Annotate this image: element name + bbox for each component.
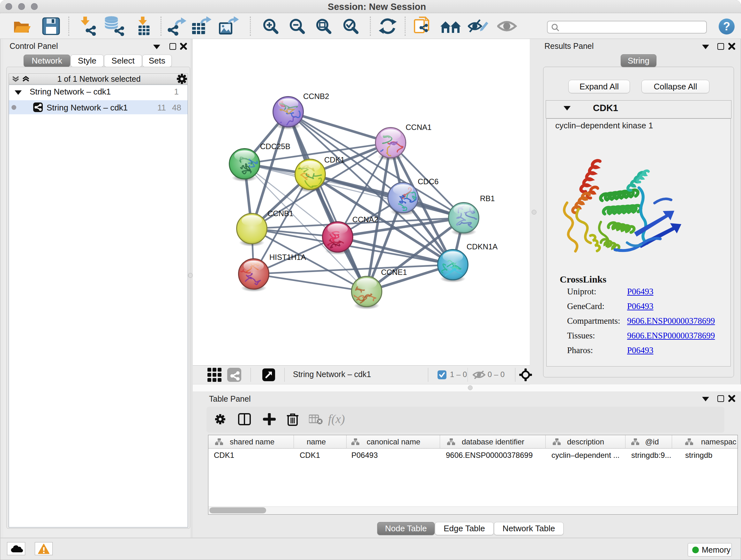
svg-text:CCNE1: CCNE1 (381, 268, 407, 276)
svg-text:CDK1: CDK1 (324, 155, 345, 164)
svg-text:CCNA1: CCNA1 (406, 123, 431, 132)
svg-text:HIST1H1A: HIST1H1A (269, 253, 306, 261)
svg-text:CCNB2: CCNB2 (303, 92, 329, 101)
svg-text:CDKN1A: CDKN1A (467, 242, 497, 251)
svg-text:CCNA2: CCNA2 (352, 215, 378, 224)
svg-text:CCNB1: CCNB1 (267, 209, 293, 218)
svg-text:CDC25B: CDC25B (260, 142, 290, 151)
svg-text:CDC6: CDC6 (418, 177, 439, 186)
svg-text:RB1: RB1 (480, 194, 495, 203)
